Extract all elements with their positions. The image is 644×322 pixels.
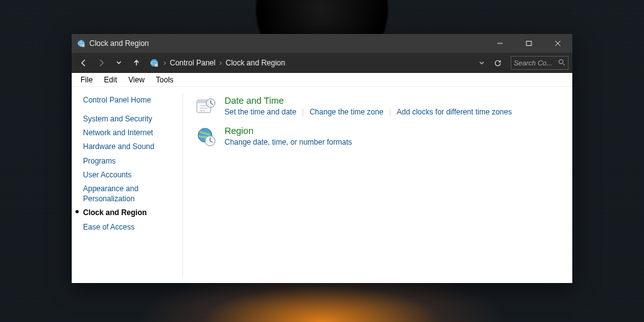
task-add-clocks[interactable]: Add clocks for different time zones — [397, 108, 512, 116]
sidebar-item-ease-of-access[interactable]: Ease of Access — [83, 220, 175, 234]
address-dropdown-button[interactable] — [477, 55, 487, 71]
chevron-right-icon: › — [164, 58, 166, 67]
sidebar-item-appearance[interactable]: Appearance and Personalization — [83, 182, 175, 206]
svg-point-5 — [559, 60, 564, 64]
recent-locations-button[interactable] — [111, 55, 127, 71]
navigation-toolbar: › Control Panel › Clock and Region Searc… — [72, 53, 572, 73]
sidebar-nav-list: System and Security Network and Internet… — [83, 112, 175, 234]
search-input[interactable]: Search Co... — [511, 56, 569, 70]
forward-button[interactable] — [93, 55, 109, 71]
calendar-clock-icon — [196, 96, 217, 117]
menu-tools[interactable]: Tools — [151, 74, 179, 86]
date-and-time-heading[interactable]: Date and Time — [225, 96, 512, 106]
svg-rect-1 — [82, 44, 84, 47]
section-date-and-time: Date and Time Set the time and date | Ch… — [196, 96, 562, 117]
sidebar-item-user-accounts[interactable]: User Accounts — [83, 168, 175, 182]
titlebar[interactable]: Clock and Region — [72, 34, 572, 53]
chevron-right-icon: › — [219, 58, 222, 67]
sidebar-item-label: Ease of Access — [83, 223, 135, 231]
search-placeholder: Search Co... — [514, 59, 552, 67]
task-set-time-date[interactable]: Set the time and date — [225, 108, 296, 116]
sidebar-item-label: Programs — [83, 157, 116, 165]
window-title: Clock and Region — [89, 39, 149, 48]
menu-file[interactable]: File — [75, 74, 97, 86]
sidebar-item-label: Network and Internet — [83, 128, 153, 137]
close-button[interactable] — [543, 34, 572, 53]
minimize-button[interactable] — [486, 34, 514, 53]
sidebar-item-hardware-sound[interactable]: Hardware and Sound — [83, 140, 175, 153]
desktop-background: Clock and Region › Control Panel › Clock… — [0, 0, 644, 322]
task-change-time-zone[interactable]: Change the time zone — [309, 108, 383, 116]
globe-clock-icon — [196, 126, 217, 147]
breadcrumb-icon — [148, 57, 160, 69]
sidebar-item-label: Hardware and Sound — [83, 142, 154, 151]
sidebar-item-label: Appearance and Personalization — [83, 184, 138, 203]
task-separator: | — [384, 108, 397, 116]
sidebar-item-programs[interactable]: Programs — [83, 154, 175, 168]
breadcrumb-current[interactable]: Clock and Region — [226, 58, 286, 67]
maximize-button[interactable] — [514, 34, 543, 53]
up-button[interactable] — [128, 55, 145, 71]
sidebar-item-network-internet[interactable]: Network and Internet — [83, 126, 175, 140]
region-heading[interactable]: Region — [225, 126, 352, 136]
main-content: Date and Time Set the time and date | Ch… — [183, 87, 572, 283]
sidebar-item-system-security[interactable]: System and Security — [83, 112, 175, 126]
control-panel-icon — [77, 39, 86, 48]
menu-bar: File Edit View Tools — [72, 73, 572, 87]
sidebar-item-label: User Accounts — [83, 170, 131, 179]
sidebar-item-label: System and Security — [83, 114, 152, 123]
control-panel-window: Clock and Region › Control Panel › Clock… — [72, 34, 572, 283]
window-body: Control Panel Home System and Security N… — [72, 87, 572, 283]
breadcrumb-bar[interactable]: › Control Panel › Clock and Region — [164, 58, 475, 67]
section-region: Region Change date, time, or number form… — [196, 126, 562, 147]
sidebar-item-label: Clock and Region — [83, 208, 147, 217]
task-change-formats[interactable]: Change date, time, or number formats — [225, 138, 352, 147]
back-button[interactable] — [75, 55, 92, 71]
menu-view[interactable]: View — [123, 74, 150, 86]
breadcrumb-root[interactable]: Control Panel — [170, 58, 216, 67]
svg-rect-2 — [526, 42, 531, 46]
svg-rect-4 — [155, 64, 158, 67]
search-icon — [558, 58, 565, 67]
refresh-button[interactable] — [489, 55, 506, 71]
task-separator: | — [296, 108, 309, 116]
sidebar-item-clock-region[interactable]: Clock and Region — [83, 206, 175, 219]
menu-edit[interactable]: Edit — [99, 74, 122, 86]
control-panel-home-link[interactable]: Control Panel Home — [83, 94, 175, 112]
sidebar: Control Panel Home System and Security N… — [72, 87, 182, 283]
